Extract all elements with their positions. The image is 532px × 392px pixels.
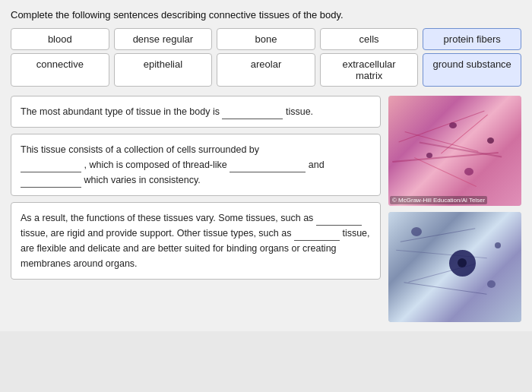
- blue-tissue-image: [388, 212, 521, 322]
- question-box-3: As a result, the functions of these tiss…: [11, 202, 381, 280]
- q3-blank1[interactable]: [316, 213, 362, 226]
- q2-blank2[interactable]: [230, 160, 306, 172]
- microscope-image-1: © McGraw-Hill Education/Al Telser: [388, 96, 521, 206]
- question-box-2: This tissue consists of a collection of …: [11, 134, 381, 196]
- tile-connective[interactable]: connective: [11, 53, 109, 87]
- word-bank-row-2: connective epithelial areolar extracellu…: [11, 53, 521, 87]
- q3-blank2[interactable]: [294, 229, 340, 241]
- q2-text-after: which varies in consistency.: [84, 175, 200, 185]
- questions-column: The most abundant type of tissue in the …: [11, 96, 381, 322]
- q1-text-before: The most abundant type of tissue in the …: [21, 106, 220, 117]
- q2-text-mid1: , which is composed of thread-like: [84, 160, 226, 170]
- microscope-image-2: [388, 212, 521, 322]
- tile-dense-regular[interactable]: dense regular: [114, 28, 213, 50]
- word-bank: blood dense regular bone cells protein f…: [11, 28, 521, 87]
- q2-text-mid2: and: [309, 160, 325, 170]
- images-column: © McGraw-Hill Education/Al Telser: [388, 96, 521, 322]
- tile-ground-substance[interactable]: ground substance: [423, 53, 521, 87]
- pink-tissue-image: © McGraw-Hill Education/Al Telser: [388, 96, 521, 206]
- tile-areolar[interactable]: areolar: [217, 53, 315, 87]
- q2-blank3[interactable]: [21, 175, 81, 188]
- tile-epithelial[interactable]: epithelial: [114, 53, 213, 87]
- tile-protein-fibers[interactable]: protein fibers: [423, 28, 521, 50]
- q3-text2: tissue, are rigid and provide support. O…: [21, 228, 291, 239]
- q2-blank1[interactable]: [21, 160, 81, 172]
- image1-caption: © McGraw-Hill Education/Al Telser: [390, 196, 487, 204]
- instructions-text: Complete the following sentences describ…: [11, 9, 521, 21]
- q2-text-before: This tissue consists of a collection of …: [21, 144, 259, 155]
- tile-cells[interactable]: cells: [320, 28, 419, 50]
- tile-bone[interactable]: bone: [217, 28, 315, 50]
- word-bank-row-1: blood dense regular bone cells protein f…: [11, 28, 521, 50]
- q1-text-after: tissue.: [286, 106, 313, 117]
- tile-blood[interactable]: blood: [11, 28, 109, 50]
- q3-text1: As a result, the functions of these tiss…: [21, 213, 313, 223]
- q1-blank[interactable]: [222, 107, 283, 119]
- main-content: The most abundant type of tissue in the …: [11, 96, 521, 322]
- question-box-1: The most abundant type of tissue in the …: [11, 96, 381, 128]
- tile-extracellular-matrix[interactable]: extracellular matrix: [320, 53, 419, 87]
